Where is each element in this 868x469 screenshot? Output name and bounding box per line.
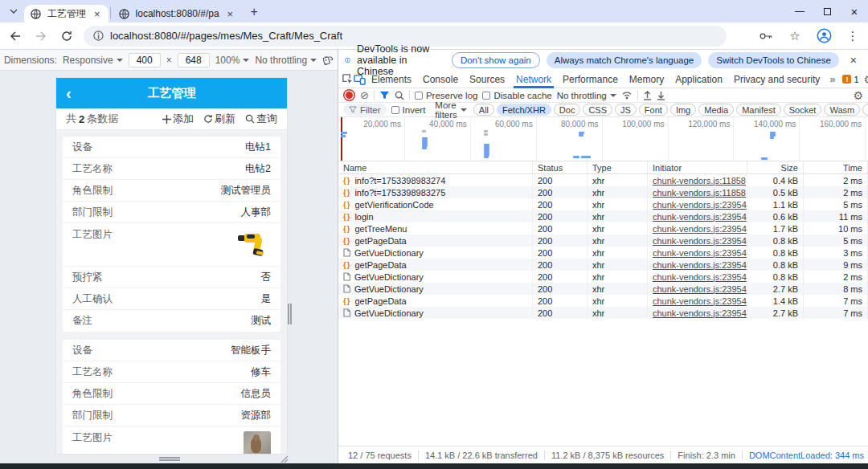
throttling-select[interactable]: No throttling [255,55,317,66]
dont-show-again-button[interactable]: Don't show again [452,52,540,68]
viewport-resize-handle-corner[interactable] [279,454,289,463]
window-maximize-button[interactable] [813,0,841,22]
network-request-row[interactable]: {}info?t=1753398983274200xhrchunk-vendor… [338,174,868,186]
viewport-height-input[interactable]: 648 [178,53,210,67]
record-network-log-button[interactable] [346,92,353,99]
app-action-添加[interactable]: 添加 [162,112,194,126]
filter-chip-all[interactable]: All [473,104,494,116]
back-button[interactable] [5,26,26,47]
network-request-row[interactable]: {}getTreeMenu200xhrchunk-vendors.js:2395… [338,222,868,234]
dimensions-mode-select[interactable]: Responsive [63,55,123,66]
preserve-log-checkbox[interactable]: Preserve log [415,91,478,100]
filter-chip-wasm[interactable]: Wasm [824,104,860,116]
column-header-time[interactable]: Time [804,161,868,173]
filter-chip-doc[interactable]: Doc [554,104,581,116]
devtools-tab-sources[interactable]: Sources [464,71,510,88]
filter-chip-font[interactable]: Font [639,104,668,116]
column-header-initiator[interactable]: Initiator [648,161,747,173]
app-back-button[interactable]: ‹ [66,85,72,101]
request-initiator-link[interactable]: chunk-vendors.js:23954 [653,224,747,234]
column-header-size[interactable]: Size [747,161,804,173]
request-initiator-link[interactable]: chunk-vendors.js:23954 [653,212,747,222]
network-settings-gear-icon[interactable]: ⚙ [853,89,863,102]
network-conditions-icon[interactable] [621,91,633,100]
viewport-resize-handle-bottom[interactable] [159,457,180,461]
new-tab-button[interactable]: + [244,2,264,22]
network-request-row[interactable]: GetVueDictionary200xhrchunk-vendors.js:2… [338,307,868,319]
devtools-tab-memory[interactable]: Memory [624,71,669,88]
filter-chip-css[interactable]: CSS [583,104,612,116]
clear-network-log-icon[interactable]: ⊘ [360,90,369,100]
column-header-name[interactable]: Name [338,161,533,173]
filter-toggle-icon[interactable] [379,91,390,100]
request-initiator-link[interactable]: chunk-vendors.js:23954 [653,272,747,282]
switch-devtools-chinese-button[interactable]: Switch DevTools to Chinese [708,52,839,68]
network-request-row[interactable]: {}getPageData200xhrchunk-vendors.js:2395… [338,259,868,271]
reload-button[interactable] [56,26,77,47]
disable-cache-checkbox[interactable]: Disable cache [482,91,551,100]
browser-tab-active[interactable]: 工艺管理 × [24,5,108,22]
devtools-tab-performance[interactable]: Performance [557,71,624,88]
filter-chip-socket[interactable]: Socket [784,104,822,116]
column-header-status[interactable]: Status [533,161,588,173]
network-request-row[interactable]: {}getVierificationCode200xhrchunk-vendor… [338,198,868,210]
network-request-row[interactable]: GetVueDictionary200xhrchunk-vendors.js:2… [338,271,868,283]
toggle-device-toolbar-icon[interactable] [354,71,366,88]
window-close-button[interactable]: × [841,0,868,22]
infobar-close-icon[interactable]: × [845,54,862,67]
request-initiator-link[interactable]: chunk-vendors.js:11858 [653,188,746,198]
request-initiator-link[interactable]: chunk-vendors.js:23954 [653,236,747,246]
device-toolbar-menu-kebab-icon[interactable]: ⋮ [321,54,331,66]
invert-filter-checkbox[interactable]: Invert [391,105,426,115]
filter-chip-img[interactable]: Img [670,104,696,116]
issues-badge[interactable]: !1 [839,75,862,84]
filter-chip-other[interactable]: Other [862,104,868,116]
zoom-select[interactable]: 100% [215,55,250,66]
page-info-icon[interactable] [93,31,104,41]
request-initiator-link[interactable]: chunk-vendors.js:23954 [653,260,747,270]
forward-button[interactable] [31,26,51,47]
devtools-tab-application[interactable]: Application [669,71,728,88]
process-image-squirrel[interactable] [244,431,271,454]
network-throttling-select[interactable]: No throttling [557,91,616,100]
browser-tab-inactive[interactable]: localhost:8080/#/pages/men × [113,5,242,22]
tab-search-button[interactable] [3,2,24,20]
app-action-查询[interactable]: 查询 [245,112,277,126]
network-request-row[interactable]: {}getPageData200xhrchunk-vendors.js:2395… [338,234,868,247]
filter-chip-fetch-xhr[interactable]: Fetch/XHR [497,104,551,116]
request-initiator-link[interactable]: chunk-vendors.js:23954 [653,284,747,294]
app-action-刷新[interactable]: 刷新 [203,112,235,126]
filter-chip-media[interactable]: Media [698,104,734,116]
inspect-element-icon[interactable] [342,71,354,88]
request-initiator-link[interactable]: chunk-vendors.js:23954 [653,200,747,210]
match-chrome-language-button[interactable]: Always match Chrome's language [547,52,702,68]
column-header-type[interactable]: Type [588,161,648,173]
bookmark-star-icon[interactable]: ☆ [784,26,805,47]
password-key-icon[interactable] [755,26,776,47]
window-minimize-button[interactable]: — [786,0,813,22]
search-network-icon[interactable] [395,91,404,100]
export-har-icon[interactable] [657,91,665,100]
devtools-tab-console[interactable]: Console [417,71,464,88]
tab-close-icon[interactable]: × [92,9,102,19]
filter-chip-js[interactable]: JS [615,104,637,116]
devtools-tab-network[interactable]: Network [510,71,557,88]
import-har-icon[interactable] [643,91,652,100]
viewport-width-input[interactable]: 400 [129,53,161,67]
request-initiator-link[interactable]: chunk-vendors.js:23954 [653,296,747,306]
filter-chip-manifest[interactable]: Manifest [736,104,781,116]
network-request-row[interactable]: GetVueDictionary200xhrchunk-vendors.js:2… [338,247,868,259]
network-request-row[interactable]: {}info?t=1753398983275200xhrchunk-vendor… [338,186,868,198]
network-request-row[interactable]: {}login200xhrchunk-vendors.js:239540.6 k… [338,210,868,222]
more-tabs-icon[interactable]: » [825,73,839,85]
more-filters-select[interactable]: More filters [435,100,466,120]
devtools-tab-privacy-and-security[interactable]: Privacy and security [728,71,825,88]
network-request-row[interactable]: {}getPageData200xhrchunk-vendors.js:2395… [338,295,868,307]
network-request-row[interactable]: GetVueDictionary200xhrchunk-vendors.js:2… [338,283,868,295]
filter-input[interactable]: Filter [343,104,387,116]
devtools-tab-elements[interactable]: Elements [366,71,417,88]
network-overview-timeline[interactable]: 20,000 ms40,000 ms60,000 ms80,000 ms100,… [338,117,868,161]
request-initiator-link[interactable]: chunk-vendors.js:23954 [653,248,747,258]
viewport-resize-handle-right[interactable] [288,304,292,324]
profile-avatar[interactable] [813,26,834,47]
